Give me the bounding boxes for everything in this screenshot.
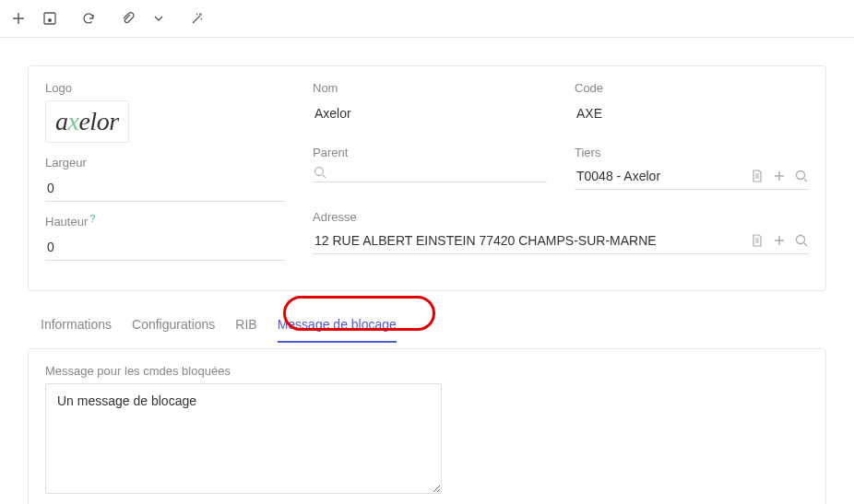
search-icon [794, 169, 809, 183]
refresh-icon [81, 11, 96, 26]
largeur-field: Largeur [45, 156, 285, 202]
new-button[interactable] [4, 6, 33, 31]
plus-icon [11, 11, 26, 26]
code-field: Code AXE [575, 81, 809, 133]
svg-point-3 [797, 171, 805, 180]
logo-part-a: a [55, 107, 68, 135]
paperclip-icon [120, 11, 135, 26]
blocage-label: Message pour les cmdes bloquées [45, 364, 809, 378]
adresse-value[interactable]: 12 RUE ALBERT EINSTEIN 77420 CHAMPS-SUR-… [313, 229, 744, 252]
blocage-textarea[interactable] [45, 383, 442, 494]
svg-point-2 [315, 168, 324, 176]
parent-value[interactable] [337, 169, 547, 176]
adresse-add-icon[interactable] [772, 233, 787, 248]
hauteur-label: Hauteur? [45, 215, 285, 229]
search-icon [313, 165, 327, 180]
adresse-label: Adresse [313, 210, 809, 224]
tiers-search-icon[interactable] [794, 169, 809, 183]
tab-configurations[interactable]: Configurations [132, 308, 215, 343]
toolbar [0, 0, 854, 38]
hauteur-input[interactable] [45, 234, 285, 261]
parent-field: Parent [313, 146, 547, 196]
svg-point-4 [797, 235, 805, 243]
main-card: Logo axelor Largeur Hauteur? Nom Axelor … [28, 65, 826, 291]
hauteur-label-text: Hauteur [45, 215, 88, 229]
tiers-label: Tiers [575, 146, 809, 159]
search-icon [794, 233, 809, 248]
document-icon [750, 233, 765, 248]
tiers-add-icon[interactable] [772, 169, 787, 183]
tab-message-blocage[interactable]: Message de blocage [278, 308, 397, 343]
logo-part-elor: elor [78, 107, 118, 135]
caret-down-icon [153, 13, 164, 24]
code-value: AXE [575, 100, 809, 126]
plus-icon [772, 169, 787, 183]
adresse-open-icon[interactable] [750, 233, 765, 248]
logo-part-x: x [68, 107, 79, 135]
parent-label: Parent [313, 146, 547, 159]
nom-field: Nom Axelor [313, 81, 547, 133]
refresh-button[interactable] [74, 6, 103, 31]
largeur-label: Largeur [45, 156, 285, 170]
save-icon [42, 11, 57, 26]
wand-icon [190, 11, 205, 26]
logo-image[interactable]: axelor [45, 100, 129, 143]
nom-label: Nom [313, 81, 547, 95]
dropdown-button[interactable] [144, 6, 173, 31]
attach-button[interactable] [113, 6, 142, 31]
help-icon[interactable]: ? [89, 213, 95, 224]
plus-icon [772, 233, 787, 248]
magic-button[interactable] [183, 6, 212, 31]
save-button[interactable] [35, 6, 65, 31]
tiers-open-icon[interactable] [750, 169, 765, 183]
nom-value: Axelor [313, 100, 547, 126]
logo-field: Logo axelor [45, 81, 285, 143]
document-icon [750, 169, 765, 183]
svg-point-1 [48, 18, 52, 22]
tab-content-blocage: Message pour les cmdes bloquées [28, 348, 826, 504]
code-label: Code [575, 81, 809, 95]
logo-label: Logo [45, 81, 285, 95]
tiers-value[interactable]: T0048 - Axelor [575, 165, 744, 187]
adresse-field: Adresse 12 RUE ALBERT EINSTEIN 77420 CHA… [313, 210, 809, 261]
parent-search-icon[interactable] [313, 165, 327, 180]
tab-rib[interactable]: RIB [235, 308, 256, 343]
adresse-search-icon[interactable] [794, 233, 809, 248]
tabs: Informations Configurations RIB Message … [28, 308, 826, 343]
form-content: Logo axelor Largeur Hauteur? Nom Axelor … [0, 38, 854, 504]
tab-informations[interactable]: Informations [41, 308, 112, 343]
tiers-field: Tiers T0048 - Axelor [575, 146, 809, 196]
largeur-input[interactable] [45, 175, 285, 202]
hauteur-field: Hauteur? [45, 215, 285, 261]
